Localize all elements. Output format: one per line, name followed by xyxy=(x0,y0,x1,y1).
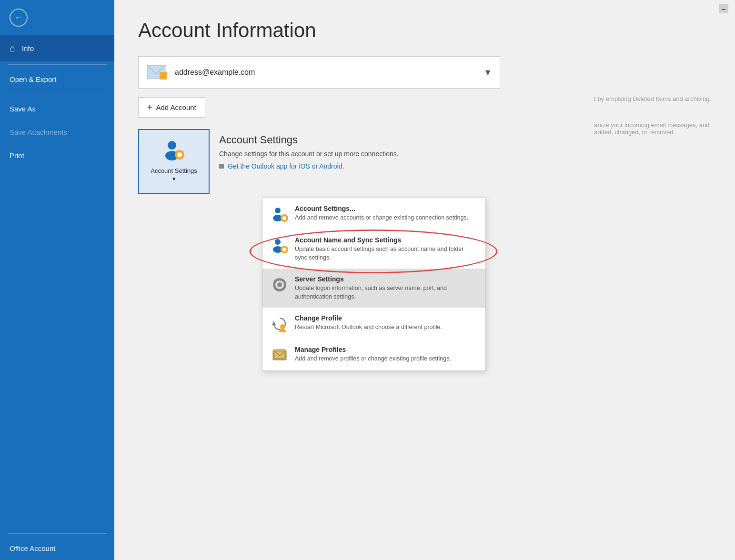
background-content: t by emptying Deleted Items and archivin… xyxy=(594,95,711,155)
back-button[interactable]: ← xyxy=(0,0,114,35)
sidebar-item-save-attachments: Save Attachments xyxy=(0,120,114,144)
sidebar-item-info-label: Info xyxy=(22,44,34,52)
dropdown-name-sync-content: Account Name and Sync Settings Update ba… xyxy=(295,236,477,262)
dropdown-item-name-sync[interactable]: Account Name and Sync Settings Update ba… xyxy=(262,230,485,269)
svg-rect-23 xyxy=(284,214,285,216)
dropdown-item-server-settings[interactable]: Server Settings Update logon information… xyxy=(262,269,485,308)
sidebar-item-open-export[interactable]: Open & Export xyxy=(0,68,114,91)
page-title: Account Information xyxy=(138,19,711,42)
home-icon: ⌂ xyxy=(10,43,15,54)
sidebar-spacer xyxy=(0,167,114,530)
sidebar-item-print-label: Print xyxy=(10,151,24,160)
dropdown-server-settings-desc: Update logon information, such as server… xyxy=(295,284,477,301)
sidebar-item-save-as-label: Save As xyxy=(10,105,36,113)
svg-rect-25 xyxy=(281,218,282,219)
account-settings-icon xyxy=(161,140,186,161)
dropdown-item-manage-profiles[interactable]: Manage Profiles Add and remove profiles … xyxy=(262,339,485,370)
dropdown-change-profile-title: Change Profile xyxy=(295,314,477,322)
add-account-label: Add Account xyxy=(156,103,196,111)
bg-text-2: anize your incoming email messages, and xyxy=(594,121,711,129)
dropdown-change-profile-desc: Restart Microsoft Outlook and choose a d… xyxy=(295,323,477,332)
dropdown-item-change-profile[interactable]: Change Profile Restart Microsoft Outlook… xyxy=(262,308,485,339)
sidebar-divider xyxy=(8,64,107,65)
dropdown-item-account-settings[interactable]: Account Settings... Add and remove accou… xyxy=(262,198,485,230)
svg-rect-32 xyxy=(284,252,285,253)
svg-point-45 xyxy=(277,282,282,287)
svg-point-27 xyxy=(275,239,281,245)
svg-rect-38 xyxy=(279,289,281,291)
dropdown-change-profile-content: Change Profile Restart Microsoft Outlook… xyxy=(295,314,477,332)
svg-rect-24 xyxy=(284,220,285,222)
plus-icon: + xyxy=(147,102,152,112)
dropdown-server-settings-icon xyxy=(271,276,288,293)
svg-point-19 xyxy=(275,208,281,213)
svg-rect-12 xyxy=(179,158,181,160)
sidebar-item-save-as[interactable]: Save As xyxy=(0,97,114,120)
bg-section-2: anize your incoming email messages, and … xyxy=(594,121,711,136)
account-settings-card-icon xyxy=(161,140,186,163)
svg-point-22 xyxy=(282,216,286,220)
settings-info-desc: Change settings for this account or set … xyxy=(219,150,399,158)
dropdown-name-sync-icon xyxy=(271,237,288,254)
account-selector-icon xyxy=(146,63,168,81)
link-bullet-icon xyxy=(219,164,224,169)
svg-rect-14 xyxy=(182,154,184,156)
dropdown-account-settings-desc: Add and remove accounts or change existi… xyxy=(295,214,477,222)
svg-rect-11 xyxy=(179,150,181,152)
dropdown-account-settings-title: Account Settings... xyxy=(295,205,477,212)
dropdown-server-settings-title: Server Settings xyxy=(295,275,477,283)
svg-point-30 xyxy=(282,248,286,251)
account-selector[interactable]: address@example.com ▼ xyxy=(138,56,500,89)
sidebar-item-open-export-label: Open & Export xyxy=(10,75,56,83)
account-settings-card[interactable]: Account Settings ▾ xyxy=(138,129,210,194)
mail-icon xyxy=(146,63,168,80)
sidebar-item-office-account[interactable]: Office Account xyxy=(0,537,114,560)
bg-text-1: t by emptying Deleted Items and archivin… xyxy=(594,95,711,102)
svg-point-47 xyxy=(280,324,285,329)
add-account-button[interactable]: + Add Account xyxy=(138,97,205,118)
svg-rect-40 xyxy=(284,284,286,286)
settings-info-link: Get the Outlook app for iOS or Android. xyxy=(219,162,399,170)
sidebar: ← ⌂ Info Open & Export Save As Save Atta… xyxy=(0,0,114,560)
sidebar-divider-2 xyxy=(8,94,107,94)
bg-text-3: added, changed, or removed. xyxy=(594,129,711,136)
svg-rect-31 xyxy=(284,246,285,247)
dropdown-name-sync-title: Account Name and Sync Settings xyxy=(295,236,477,244)
svg-rect-33 xyxy=(281,249,282,250)
account-email: address@example.com xyxy=(175,68,483,77)
back-circle-icon[interactable]: ← xyxy=(10,9,28,27)
svg-point-10 xyxy=(177,152,182,157)
dropdown-change-profile-icon xyxy=(271,315,288,332)
account-settings-card-label: Account Settings ▾ xyxy=(151,167,197,183)
settings-info: Account Settings Change settings for thi… xyxy=(219,134,399,170)
svg-rect-13 xyxy=(175,154,177,156)
dropdown-manage-profiles-content: Manage Profiles Add and remove profiles … xyxy=(295,346,477,363)
sidebar-item-print[interactable]: Print xyxy=(0,144,114,167)
svg-point-7 xyxy=(168,141,176,150)
svg-rect-37 xyxy=(279,278,281,280)
dropdown-manage-profiles-icon xyxy=(271,347,288,364)
dropdown-manage-profiles-desc: Add and remove profiles or change existi… xyxy=(295,355,477,363)
dropdown-account-settings-content: Account Settings... Add and remove accou… xyxy=(295,205,477,222)
svg-rect-26 xyxy=(287,218,288,219)
minimize-button[interactable]: – xyxy=(719,4,728,13)
main-content: – Account Information address@example.co… xyxy=(114,0,735,560)
dropdown-arrow-icon: ▼ xyxy=(483,68,492,78)
dropdown-server-settings-content: Server Settings Update logon information… xyxy=(295,275,477,301)
outlook-app-link[interactable]: Get the Outlook app for iOS or Android. xyxy=(228,162,344,170)
bg-section-1: t by emptying Deleted Items and archivin… xyxy=(594,95,711,102)
sidebar-item-info[interactable]: ⌂ Info xyxy=(0,35,114,61)
dropdown-manage-profiles-title: Manage Profiles xyxy=(295,346,477,353)
sidebar-item-save-attachments-label: Save Attachments xyxy=(10,128,67,136)
dropdown-menu: Account Settings... Add and remove accou… xyxy=(262,198,486,371)
sidebar-item-office-account-label: Office Account xyxy=(10,544,55,552)
svg-rect-39 xyxy=(273,284,275,286)
dropdown-name-sync-desc: Update basic account settings such as ac… xyxy=(295,245,477,262)
settings-info-title: Account Settings xyxy=(219,134,399,146)
dropdown-account-settings-icon xyxy=(271,206,288,223)
sidebar-divider-bottom xyxy=(8,533,107,534)
svg-marker-46 xyxy=(272,321,276,325)
svg-rect-34 xyxy=(287,249,288,250)
